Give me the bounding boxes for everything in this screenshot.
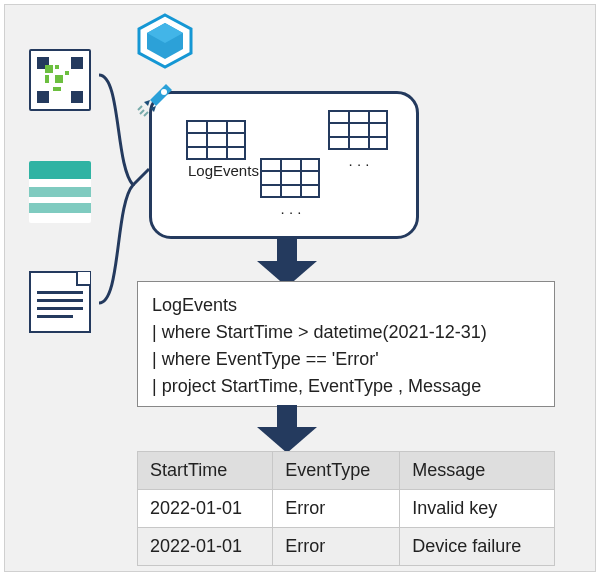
query-line: LogEvents [152,292,540,319]
cell: Invalid key [400,490,555,528]
table-row: 2022-01-01 Error Invalid key [138,490,555,528]
telemetry-ingest-icon [29,49,91,111]
svg-line-3 [144,112,148,116]
table-icon: . . . [328,110,388,169]
diagram-canvas: LogEvents . . . . . . LogEvents | where … [4,4,596,572]
cell: Error [273,490,400,528]
document-icon [29,271,91,333]
column-header: Message [400,452,555,490]
stored-rows-icon [29,161,91,223]
column-header: EventType [273,452,400,490]
table-row: 2022-01-01 Error Device failure [138,528,555,566]
column-header: StartTime [138,452,273,490]
service-hex-icon [133,13,197,69]
table-label: LogEvents [188,162,246,179]
svg-line-2 [140,110,144,114]
result-table: StartTime EventType Message 2022-01-01 E… [137,451,555,566]
cell: 2022-01-01 [138,490,273,528]
svg-line-4 [138,106,142,110]
query-line: | where EventType == 'Error' [152,346,540,373]
table-icon: . . . [260,158,320,217]
arrow-down-icon [257,405,317,453]
svg-point-1 [161,89,167,95]
table-label: . . . [262,200,320,217]
cell: Device failure [400,528,555,566]
table-header-row: StartTime EventType Message [138,452,555,490]
table-label: . . . [330,152,388,169]
query-line: | project StartTime, EventType , Message [152,373,540,400]
rocket-icon [136,80,176,120]
arrow-down-icon [257,239,317,287]
cell: Error [273,528,400,566]
table-icon: LogEvents [186,120,246,179]
query-line: | where StartTime > datetime(2021-12-31) [152,319,540,346]
query-box: LogEvents | where StartTime > datetime(2… [137,281,555,407]
data-container: LogEvents . . . . . . [149,91,419,239]
source-icons [5,5,115,385]
cell: 2022-01-01 [138,528,273,566]
